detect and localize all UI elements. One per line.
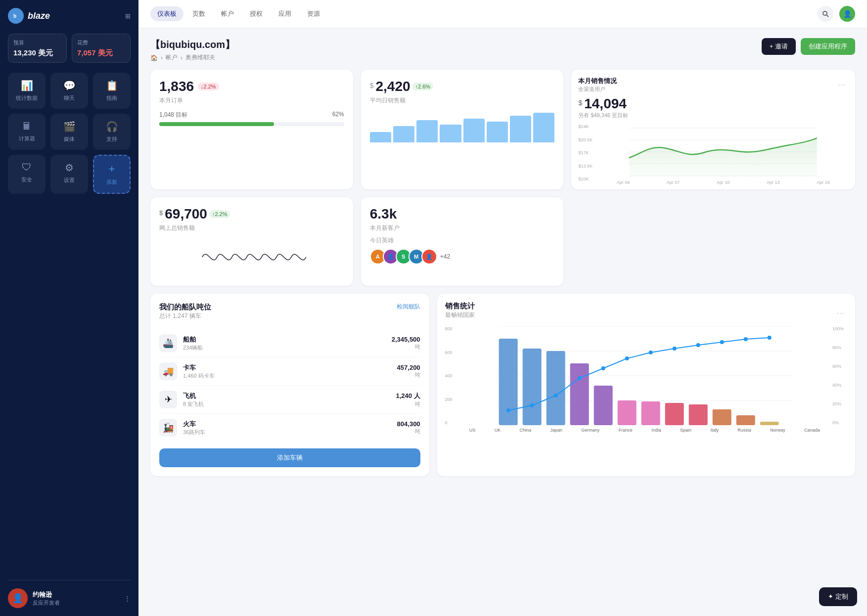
sales-stats-card: 销售统计 最畅销国家 ··· 800 600 400 200 0 [437, 294, 855, 476]
tab-accounts[interactable]: 帐户 [214, 6, 241, 21]
sidebar-item-guide[interactable]: 📋 指南 [93, 73, 131, 109]
sidebar-item-chat[interactable]: 💬 聊天 [50, 73, 88, 109]
tab-dashboard[interactable]: 仪表板 [150, 6, 183, 21]
train-value-num: 804,300 [397, 420, 420, 428]
sidebar-item-settings[interactable]: ⚙ 设置 [50, 155, 88, 194]
x-germany: Germany [581, 428, 599, 433]
plane-icon: ✈ [159, 391, 177, 408]
y-left-3: 200 [445, 397, 457, 402]
x-italy: Italy [710, 428, 719, 433]
svg-point-27 [530, 403, 534, 407]
sidebar-item-label: 统计数据 [16, 94, 38, 102]
tab-resources[interactable]: 资源 [300, 6, 327, 21]
user-info: 约翰逊 反应开发者 [33, 590, 60, 607]
orders-badge: ↓2.2% [198, 83, 219, 90]
x-label-1: Apr 04 [617, 180, 630, 185]
svg-rect-20 [641, 401, 660, 425]
user-avatar-topnav[interactable]: 👤 [839, 6, 855, 22]
top-navigation: 仪表板 页数 帐户 授权 应用 资源 👤 [138, 0, 867, 28]
fleet-link[interactable]: 检阅舰队 [397, 303, 420, 311]
x-russia: Russia [737, 428, 751, 433]
svg-point-34 [696, 343, 700, 347]
expense-amount: 7,057 美元 [77, 48, 125, 57]
progress-header: 1,048 目标 62% [159, 111, 344, 119]
fleet-train-name: 火车 [183, 420, 205, 429]
calculator-icon: 🖩 [22, 121, 32, 132]
new-customers-number: 6.3k [370, 206, 555, 222]
create-app-button[interactable]: 创建应用程序 [801, 38, 855, 55]
monthly-sales-title: 本月销售情况 [578, 77, 617, 86]
svg-rect-17 [570, 363, 589, 425]
truck-value-unit: 吨 [397, 371, 420, 379]
monthly-sales-more-button[interactable]: ··· [835, 79, 848, 91]
bar-6 [487, 122, 508, 142]
page-actions: + 邀请 创建应用程序 [762, 38, 855, 55]
x-india: India [651, 428, 661, 433]
svg-rect-18 [593, 386, 612, 425]
train-value-unit: 吨 [397, 428, 420, 435]
y-right-5: 0% [832, 420, 847, 425]
nav-grid: 📊 统计数据 💬 聊天 📋 指南 🖩 计算器 🎬 媒体 🎧 支持 🛡 安全 ⚙ [8, 73, 131, 580]
sidebar-item-stats[interactable]: 📊 统计数据 [8, 73, 46, 109]
avg-sales-chart [370, 113, 555, 142]
fleet-ship-name: 船舶 [183, 335, 203, 344]
monthly-sales-chart: $24K $20.5K $17K $13.5K $10K [578, 123, 848, 182]
sidebar-item-calculator[interactable]: 🖩 计算器 [8, 114, 46, 150]
breadcrumb: 🏠 › 帐户 › 奥弗维耶夫 [150, 53, 235, 62]
budget-amount: 13,230 美元 [13, 48, 61, 57]
page-header: 【biqubiqu.com】 🏠 › 帐户 › 奥弗维耶夫 + 邀请 创建应用程… [150, 38, 855, 62]
ship-value-unit: 吨 [392, 343, 420, 351]
y-label-2: $20.5K [578, 137, 593, 142]
security-icon: 🛡 [22, 162, 32, 173]
monthly-sales-svg [578, 123, 848, 182]
sidebar-top-settings-icon[interactable]: ⊞ [125, 12, 131, 20]
tab-apps[interactable]: 应用 [272, 6, 298, 21]
page-body: 【biqubiqu.com】 🏠 › 帐户 › 奥弗维耶夫 + 邀请 创建应用程… [138, 28, 867, 616]
svg-rect-25 [760, 422, 778, 425]
monthly-sales-amount: 14,094 [584, 96, 627, 112]
sidebar-item-support[interactable]: 🎧 支持 [93, 114, 131, 150]
x-france: France [619, 428, 633, 433]
user-more-icon[interactable]: ⋮ [124, 595, 131, 602]
svg-point-30 [601, 366, 605, 370]
total-sales-number: 69,700 [165, 206, 207, 222]
search-button[interactable] [818, 6, 833, 22]
monthly-sales-prefix: $ [578, 99, 582, 107]
tab-auth[interactable]: 授权 [243, 6, 270, 21]
y-left-1: 600 [445, 350, 457, 355]
sidebar-item-media[interactable]: 🎬 媒体 [50, 114, 88, 150]
total-sales-badge: ↑2.2% [209, 210, 230, 218]
sidebar-item-label: 添新 [106, 178, 117, 186]
sales-stats-more-button[interactable]: ··· [834, 307, 847, 319]
chat-icon: 💬 [63, 80, 76, 91]
x-us: US [469, 428, 476, 433]
expense-label: 花费 [77, 39, 125, 46]
svg-point-26 [506, 408, 510, 412]
breadcrumb-sep2: › [181, 54, 183, 61]
truck-icon: 🚚 [159, 362, 177, 380]
sidebar-item-add-new[interactable]: + 添新 [93, 155, 131, 194]
tab-pages[interactable]: 页数 [185, 6, 212, 21]
add-vehicle-button[interactable]: 添加车辆 [159, 448, 420, 467]
sales-bar-svg [460, 326, 829, 425]
sales-stats-sub: 最畅销国家 [445, 311, 475, 319]
svg-point-2 [823, 11, 827, 15]
support-icon: 🎧 [106, 121, 118, 132]
x-norway: Norway [770, 428, 785, 433]
ship-icon: 🚢 [159, 334, 177, 352]
bar-4 [440, 125, 461, 142]
monthly-sales-subtitle: 全渠道用户 [578, 86, 617, 93]
customize-button[interactable]: ✦ 定制 [819, 587, 857, 606]
x-china: China [520, 428, 532, 433]
x-label-4: Apr 13 [767, 180, 780, 185]
topnav-actions: 👤 [818, 6, 855, 22]
fleet-train-value: 804,300 吨 [397, 420, 420, 435]
x-label-5: Apr 16 [817, 180, 830, 185]
new-customers-card: 6.3k 本月新客户 今日英雄 A 👤 S M 👤 +42 [361, 197, 564, 286]
y-right-0: 100% [832, 326, 847, 331]
invite-button[interactable]: + 邀请 [762, 38, 796, 55]
svg-rect-15 [522, 349, 541, 425]
sales-stats-title-section: 销售统计 最畅销国家 [445, 302, 475, 324]
sidebar-item-security[interactable]: 🛡 安全 [8, 155, 46, 194]
sales-x-axis: US UK China Japan Germany France India S… [460, 428, 829, 433]
